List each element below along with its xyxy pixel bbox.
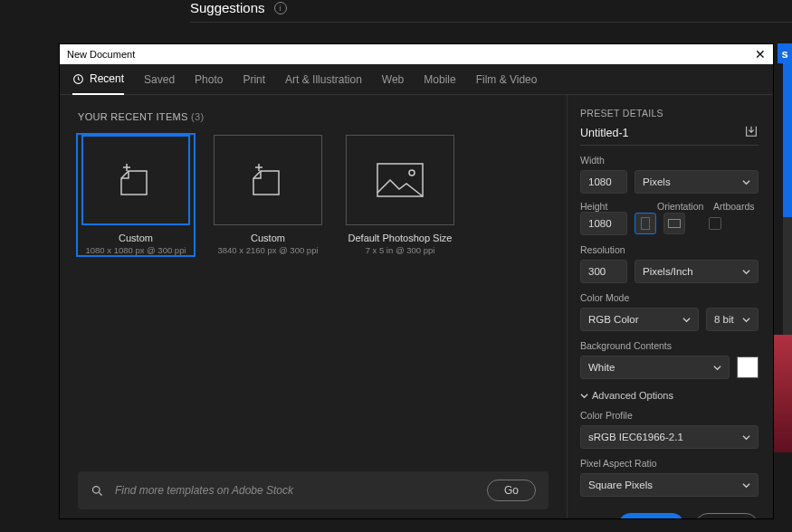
blank-doc-icon bbox=[81, 135, 190, 225]
preset-card[interactable]: Custom 3840 x 2160 px @ 300 ppi bbox=[210, 135, 326, 255]
advanced-label: Advanced Options bbox=[592, 390, 673, 401]
preset-details-header: PRESET DETAILS bbox=[580, 108, 759, 119]
chevron-down-icon bbox=[742, 316, 750, 324]
clock-icon bbox=[72, 73, 84, 85]
bg-thumbnail bbox=[774, 335, 792, 452]
bgcontents-select[interactable]: White bbox=[580, 356, 730, 379]
bg-panel-grey bbox=[783, 217, 792, 335]
search-placeholder: Find more templates on Adobe Stock bbox=[115, 484, 476, 497]
divider bbox=[190, 22, 792, 23]
save-preset-icon[interactable] bbox=[744, 124, 759, 141]
blank-doc-icon bbox=[214, 135, 322, 225]
resolution-label: Resolution bbox=[580, 244, 759, 255]
select-value: White bbox=[588, 362, 615, 373]
colorprofile-select[interactable]: sRGB IEC61966-2.1 bbox=[580, 425, 759, 449]
tab-photo[interactable]: Photo bbox=[195, 64, 223, 94]
tab-saved[interactable]: Saved bbox=[144, 64, 175, 94]
colorprofile-label: Color Profile bbox=[580, 410, 759, 421]
tab-label: Saved bbox=[144, 73, 175, 86]
stock-search[interactable]: Find more templates on Adobe Stock Go bbox=[78, 471, 549, 509]
select-value: Pixels/Inch bbox=[643, 266, 693, 277]
chevron-down-icon bbox=[742, 481, 750, 489]
resolution-input[interactable]: 300 bbox=[580, 260, 627, 283]
select-value: RGB Color bbox=[588, 314, 639, 325]
recent-items-header: YOUR RECENT ITEMS (3) bbox=[78, 111, 549, 122]
colormode-label: Color Mode bbox=[580, 292, 759, 303]
tab-label: Recent bbox=[90, 72, 124, 85]
app-suggestions-header: Suggestions i bbox=[190, 0, 287, 15]
tab-label: Mobile bbox=[424, 73, 455, 86]
select-value: Square Pixels bbox=[588, 480, 653, 490]
select-value: 8 bit bbox=[714, 314, 734, 325]
svg-point-2 bbox=[409, 170, 415, 176]
document-name-input[interactable]: Untitled-1 bbox=[580, 127, 629, 139]
tab-recent[interactable]: Recent bbox=[72, 65, 124, 95]
close-icon[interactable]: ✕ bbox=[755, 47, 766, 62]
category-tabs: Recent Saved Photo Print Art & Illustrat… bbox=[60, 64, 773, 95]
bg-color-swatch[interactable] bbox=[737, 356, 759, 378]
colormode-select[interactable]: RGB Color bbox=[580, 308, 699, 331]
ps-badge: s bbox=[778, 43, 792, 63]
info-icon[interactable]: i bbox=[274, 2, 287, 14]
par-select[interactable]: Square Pixels bbox=[580, 473, 759, 497]
chevron-down-icon bbox=[713, 364, 721, 372]
preset-sub: 3840 x 2160 px @ 300 ppi bbox=[210, 245, 326, 255]
preset-sub: 7 x 5 in @ 300 ppi bbox=[342, 245, 458, 255]
select-value: sRGB IEC61966-2.1 bbox=[588, 432, 683, 442]
recent-header-label: YOUR RECENT ITEMS bbox=[78, 111, 188, 122]
create-button[interactable]: Create bbox=[618, 513, 685, 518]
advanced-options-toggle[interactable]: Advanced Options bbox=[580, 390, 759, 401]
tab-label: Web bbox=[382, 73, 404, 86]
tab-mobile[interactable]: Mobile bbox=[424, 64, 455, 94]
preset-gallery: YOUR RECENT ITEMS (3) Custom 1080 x 1080… bbox=[60, 95, 567, 518]
go-button[interactable]: Go bbox=[487, 480, 536, 501]
preset-title: Custom bbox=[210, 233, 326, 243]
bgcontents-label: Background Contents bbox=[580, 340, 759, 351]
preset-title: Custom bbox=[78, 233, 194, 243]
preset-title: Default Photoshop Size bbox=[342, 233, 458, 243]
chevron-down-icon bbox=[682, 316, 691, 324]
resolution-unit-select[interactable]: Pixels/Inch bbox=[635, 260, 759, 283]
artboards-label: Artboards bbox=[713, 201, 759, 212]
height-input[interactable]: 1080 bbox=[580, 212, 627, 235]
svg-point-3 bbox=[93, 486, 100, 493]
tab-label: Film & Video bbox=[476, 73, 538, 86]
chevron-down-icon bbox=[580, 392, 588, 400]
orientation-label: Orientation bbox=[657, 201, 711, 212]
tab-art[interactable]: Art & Illustration bbox=[285, 64, 362, 94]
tab-label: Photo bbox=[195, 73, 223, 86]
width-label: Width bbox=[580, 155, 759, 166]
titlebar: New Document ✕ bbox=[60, 44, 773, 64]
width-unit-select[interactable]: Pixels bbox=[635, 170, 759, 194]
close-button[interactable]: Close bbox=[695, 513, 759, 518]
bit-depth-select[interactable]: 8 bit bbox=[706, 308, 759, 331]
chevron-down-icon bbox=[742, 268, 750, 276]
tab-label: Art & Illustration bbox=[285, 73, 362, 86]
dialog-title: New Document bbox=[67, 49, 135, 60]
preset-card[interactable]: Default Photoshop Size 7 x 5 in @ 300 pp… bbox=[342, 135, 458, 255]
tab-label: Print bbox=[243, 73, 265, 86]
tab-print[interactable]: Print bbox=[243, 64, 265, 94]
suggestions-label: Suggestions bbox=[190, 0, 265, 15]
width-input[interactable]: 1080 bbox=[580, 170, 627, 194]
new-document-dialog: New Document ✕ Recent Saved Photo Print … bbox=[59, 43, 774, 519]
bg-panel-blue bbox=[783, 63, 792, 217]
orientation-portrait[interactable] bbox=[635, 213, 656, 234]
preset-sub: 1080 x 1080 px @ 300 ppi bbox=[78, 245, 194, 255]
search-icon bbox=[91, 484, 104, 498]
par-label: Pixel Aspect Ratio bbox=[580, 458, 759, 469]
chevron-down-icon bbox=[742, 178, 750, 186]
height-label: Height bbox=[580, 201, 655, 212]
preset-details-panel: PRESET DETAILS Untitled-1 Width 1080 Pix… bbox=[567, 95, 773, 518]
tab-web[interactable]: Web bbox=[382, 64, 404, 94]
recent-count: (3) bbox=[191, 111, 204, 122]
tab-film[interactable]: Film & Video bbox=[476, 64, 538, 94]
artboards-checkbox[interactable] bbox=[709, 217, 721, 230]
preset-card[interactable]: Custom 1080 x 1080 px @ 300 ppi bbox=[78, 135, 194, 255]
chevron-down-icon bbox=[742, 433, 750, 442]
orientation-landscape[interactable] bbox=[663, 213, 685, 234]
select-value: Pixels bbox=[643, 176, 671, 187]
image-icon bbox=[346, 135, 454, 225]
